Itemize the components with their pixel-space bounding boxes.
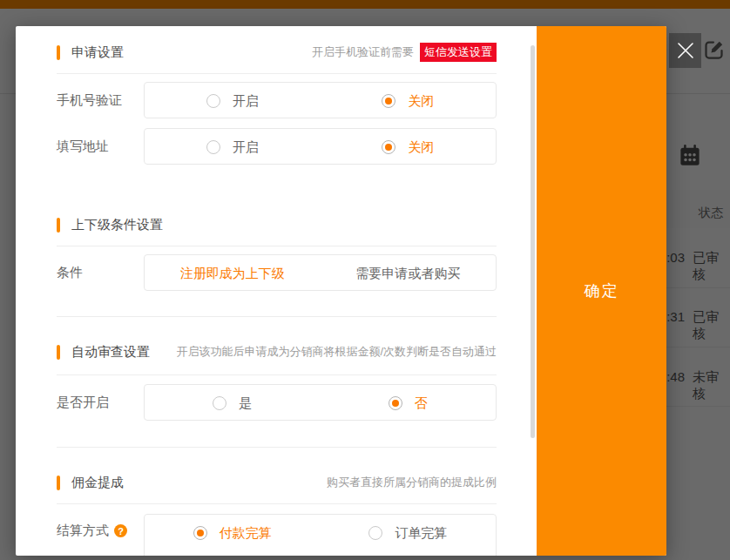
option-pay-settle-selected[interactable]: 付款完算 bbox=[145, 515, 321, 551]
section-marker bbox=[57, 345, 60, 360]
option-order-settle[interactable]: 订单完算 bbox=[321, 515, 497, 551]
section-marker bbox=[57, 218, 60, 233]
section-commission: 佣金提成 购买者直接所属分销商的提成比例 bbox=[57, 474, 497, 491]
help-icon[interactable]: ? bbox=[114, 524, 127, 537]
field-label: 填写地址 bbox=[57, 138, 144, 155]
section-title: 佣金提成 bbox=[71, 475, 124, 491]
settings-modal: 申请设置 开启手机验证前需要 短信发送设置 手机号验证 开启 关闭 填写地址 bbox=[16, 26, 666, 556]
section-apply-settings: 申请设置 开启手机验证前需要 短信发送设置 bbox=[57, 44, 497, 61]
option-yes[interactable]: 是 bbox=[145, 385, 321, 422]
close-button[interactable] bbox=[669, 33, 701, 68]
note-text: 购买者直接所属分销商的提成比例 bbox=[327, 475, 497, 490]
divider bbox=[57, 503, 497, 504]
section-separator bbox=[57, 316, 497, 317]
field-label: 手机号验证 bbox=[57, 92, 144, 109]
divider bbox=[57, 374, 497, 375]
field-row-address: 填写地址 开启 关闭 bbox=[57, 128, 497, 165]
option-off-selected[interactable]: 关闭 bbox=[321, 83, 497, 119]
section-relation-settings: 上下级条件设置 bbox=[57, 216, 497, 233]
divider bbox=[57, 246, 497, 246]
field-row-auto-enable: 是否开启 是 否 bbox=[57, 384, 497, 421]
radio-icon[interactable] bbox=[206, 94, 220, 108]
radio-selected-icon[interactable] bbox=[382, 140, 395, 154]
section-marker bbox=[57, 45, 60, 60]
option-on[interactable]: 开启 bbox=[145, 83, 321, 119]
field-row-condition: 条件 注册即成为上下级 需要申请或者购买 bbox=[57, 254, 497, 291]
field-options-box: 开启 关闭 bbox=[144, 82, 497, 118]
radio-selected-icon[interactable] bbox=[382, 94, 395, 108]
option-off-selected[interactable]: 关闭 bbox=[321, 129, 497, 165]
field-label: 条件 bbox=[57, 265, 144, 281]
field-row-settlement: 结算方式 ? 付款完算 订单完算 bbox=[57, 514, 497, 556]
divider bbox=[57, 73, 497, 74]
option-register-selected[interactable]: 注册即成为上下级 bbox=[145, 255, 321, 292]
section-auto-review: 自动审查设置 开启该功能后申请成为分销商将根据金额/次数判断是否自动通过 bbox=[57, 343, 497, 361]
section-title: 自动审查设置 bbox=[71, 344, 150, 361]
section-note: 开启该功能后申请成为分销商将根据金额/次数判断是否自动通过 bbox=[176, 344, 497, 360]
radio-selected-icon[interactable] bbox=[389, 396, 402, 410]
field-label: 结算方式 bbox=[57, 523, 109, 539]
note-text: 开启手机验证前需要 bbox=[312, 44, 414, 60]
sms-settings-link[interactable]: 短信发送设置 bbox=[420, 43, 497, 62]
radio-icon[interactable] bbox=[206, 140, 220, 154]
section-note: 开启手机验证前需要 短信发送设置 bbox=[312, 43, 497, 62]
radio-selected-icon[interactable] bbox=[193, 526, 207, 540]
section-title: 上下级条件设置 bbox=[71, 217, 163, 233]
modal-scrollbar[interactable] bbox=[531, 45, 535, 438]
radio-icon[interactable] bbox=[368, 526, 382, 540]
confirm-label: 确定 bbox=[585, 280, 619, 301]
field-options-box: 付款完算 订单完算 bbox=[144, 514, 497, 556]
option-on[interactable]: 开启 bbox=[145, 129, 321, 165]
field-row-phone-verify: 手机号验证 开启 关闭 bbox=[57, 82, 497, 118]
screen: 状态 :03 已审核 :31 已审核 :48 未审核 申请设置 开启手机验证前需… bbox=[0, 0, 730, 560]
option-apply-or-buy[interactable]: 需要申请或者购买 bbox=[321, 255, 497, 292]
section-marker bbox=[57, 476, 60, 490]
field-label: 是否开启 bbox=[57, 395, 144, 411]
option-no-selected[interactable]: 否 bbox=[321, 385, 497, 422]
field-options-box: 是 否 bbox=[144, 384, 497, 421]
section-title: 申请设置 bbox=[71, 44, 124, 61]
field-options-box: 开启 关闭 bbox=[144, 128, 497, 165]
close-icon bbox=[676, 41, 695, 60]
confirm-button[interactable]: 确定 bbox=[537, 26, 666, 556]
note-text: 开启该功能后申请成为分销商将根据金额/次数判断是否自动通过 bbox=[176, 344, 497, 360]
field-options-box: 注册即成为上下级 需要申请或者购买 bbox=[144, 254, 497, 291]
section-separator bbox=[57, 447, 497, 448]
radio-icon[interactable] bbox=[213, 396, 226, 410]
section-note: 购买者直接所属分销商的提成比例 bbox=[327, 475, 497, 490]
